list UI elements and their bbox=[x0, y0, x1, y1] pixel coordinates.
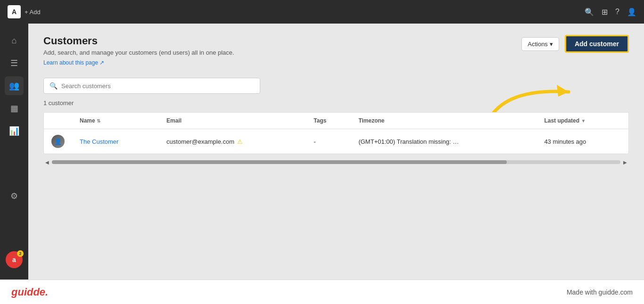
search-input[interactable] bbox=[61, 82, 254, 90]
bottom-bar: guidde. Made with guidde.com bbox=[0, 279, 644, 304]
top-nav-right: 🔍 ⊞ ? 👤 bbox=[585, 8, 636, 16]
avatar: 👤 bbox=[51, 135, 65, 148]
top-nav: A + Add 🔍 ⊞ ? 👤 bbox=[0, 0, 644, 24]
sidebar-user-area: a 2 bbox=[6, 251, 23, 272]
learn-about-link[interactable]: Learn about this page ↗ bbox=[43, 59, 104, 66]
sidebar-item-customers[interactable]: 👥 bbox=[5, 76, 24, 95]
sidebar-item-analytics[interactable]: 📊 bbox=[5, 122, 24, 140]
actions-dropdown[interactable]: Actions ▾ bbox=[521, 37, 559, 51]
col-header-last-updated[interactable]: Last updated ▼ bbox=[537, 113, 628, 129]
horizontal-scrollbar[interactable]: ◀ ▶ bbox=[43, 158, 629, 166]
sidebar-user-avatar[interactable]: a 2 bbox=[6, 251, 23, 268]
add-customer-button[interactable]: Add customer bbox=[565, 35, 629, 53]
sidebar-item-dashboard[interactable]: ▦ bbox=[5, 99, 24, 118]
guidde-logo: guidde. bbox=[11, 286, 48, 298]
customer-count: 1 customer bbox=[43, 99, 629, 107]
col-header-tags[interactable]: Tags bbox=[306, 113, 351, 129]
table-header-row: Name ⇅ Email Tags Timezone Last updated … bbox=[44, 113, 628, 129]
customers-table: Name ⇅ Email Tags Timezone Last updated … bbox=[44, 113, 628, 154]
svg-marker-0 bbox=[557, 85, 569, 97]
row-tags-cell: - bbox=[306, 129, 351, 154]
chevron-down-icon: ▾ bbox=[550, 41, 553, 48]
main-content: Customers Add, search, and manage your c… bbox=[28, 24, 644, 279]
row-avatar-cell: 👤 bbox=[44, 129, 72, 154]
sidebar-item-list[interactable]: ☰ bbox=[5, 54, 24, 73]
customer-name-link[interactable]: The Customer bbox=[80, 138, 118, 145]
add-menu[interactable]: + Add bbox=[25, 8, 41, 16]
notification-badge: 2 bbox=[17, 250, 24, 257]
col-header-timezone[interactable]: Timezone bbox=[351, 113, 537, 129]
col-header-email[interactable]: Email bbox=[159, 113, 306, 129]
row-name-cell: The Customer bbox=[72, 129, 159, 154]
customer-email: customer@example.com bbox=[166, 138, 234, 145]
scroll-thumb[interactable] bbox=[52, 160, 507, 164]
col-header-name-label[interactable]: Name ⇅ bbox=[72, 113, 159, 129]
email-warning-icon: ⚠ bbox=[237, 138, 243, 145]
scroll-right-arrow[interactable]: ▶ bbox=[623, 160, 627, 165]
search-bar-icon: 🔍 bbox=[50, 82, 58, 90]
search-bar[interactable]: 🔍 bbox=[43, 78, 260, 94]
app-body: ⌂ ☰ 👥 ▦ 📊 ⚙ a 2 Customers Add, search, a… bbox=[0, 24, 644, 279]
row-email-cell: customer@example.com ⚠ bbox=[159, 129, 306, 154]
sidebar-item-settings[interactable]: ⚙ bbox=[5, 187, 24, 205]
col-header-name[interactable] bbox=[44, 113, 72, 129]
sort-icon-name: ⇅ bbox=[97, 118, 100, 123]
sidebar-item-home[interactable]: ⌂ bbox=[5, 31, 24, 50]
grid-icon[interactable]: ⊞ bbox=[602, 8, 608, 16]
guidde-tagline: Made with guidde.com bbox=[567, 288, 633, 296]
row-timezone-cell: (GMT+01:00) Translation missing: … bbox=[351, 129, 537, 154]
sidebar: ⌂ ☰ 👥 ▦ 📊 ⚙ a 2 bbox=[0, 24, 28, 279]
help-icon[interactable]: ? bbox=[615, 8, 619, 16]
table-row[interactable]: 👤 The Customer customer@example.com ⚠ - … bbox=[44, 129, 628, 154]
top-nav-left: A + Add bbox=[8, 5, 41, 18]
user-avatar-icon[interactable]: 👤 bbox=[627, 8, 636, 16]
header-actions: Actions ▾ Add customer bbox=[521, 35, 629, 53]
scroll-track[interactable] bbox=[52, 160, 620, 164]
sort-icon-last-updated: ▼ bbox=[581, 118, 586, 123]
row-last-updated-cell: 43 minutes ago bbox=[537, 129, 628, 154]
app-logo: A bbox=[8, 5, 21, 18]
search-icon[interactable]: 🔍 bbox=[585, 8, 594, 16]
external-link-icon: ↗ bbox=[99, 59, 104, 66]
scroll-left-arrow[interactable]: ◀ bbox=[45, 160, 49, 165]
customers-table-container: Name ⇅ Email Tags Timezone Last updated … bbox=[43, 112, 629, 154]
